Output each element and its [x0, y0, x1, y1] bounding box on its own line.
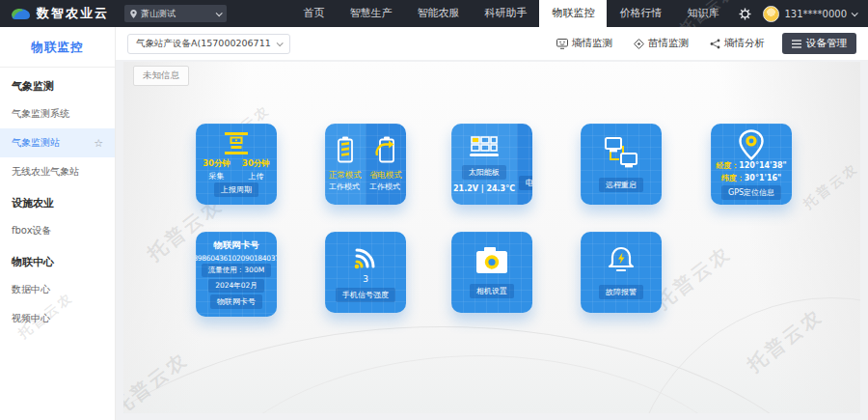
card-gps[interactable]: 经度：120°14'38" 纬度：30°1'16" GPS定位信息 [711, 124, 792, 205]
card-label: 太阳能板 [462, 165, 506, 180]
sidebar-item-weather-station[interactable]: 气象监测站 ☆ [0, 128, 115, 157]
solar-panel-icon [469, 135, 500, 160]
soil-moisture-monitor-button[interactable]: 墒情监测 [556, 37, 612, 50]
seedling-monitor-icon [634, 39, 644, 49]
normal-mode-half[interactable]: 正常模式 工作模式 [325, 124, 366, 205]
remote-computers-icon [602, 136, 640, 171]
background-arc [629, 297, 860, 413]
location-pin-icon [738, 129, 765, 160]
card-camera[interactable]: 相机设置 [451, 232, 532, 313]
battery-voltage-half[interactable]: 电池电压 [517, 124, 532, 205]
card-alarm[interactable]: 故障报警 [581, 232, 662, 313]
device-select-value: 气象站产设备A(157000206711 [136, 38, 271, 50]
user-menu[interactable]: 131****0000 [784, 9, 868, 19]
nav-item-iot-monitoring[interactable]: 物联监控 [539, 0, 607, 27]
alarm-bell-icon [606, 245, 637, 276]
sidebar-item-fbox-device[interactable]: fbox设备 [0, 216, 115, 245]
device-select[interactable]: 气象站产设备A(157000206711 [127, 34, 290, 54]
sidebar-item-video-center[interactable]: 视频中心 [0, 304, 115, 333]
sidebar-section-weather: 气象监测 [0, 70, 115, 99]
watermark: 托普云农 [800, 159, 860, 213]
sidebar-item-wireless-weather-station[interactable]: 无线农业气象站 [0, 157, 115, 186]
card-power[interactable]: 太阳能板 21.2V | 24.3°C 电池电压 [451, 124, 532, 205]
brand-name: 数智农业云 [37, 5, 109, 22]
card-label: 远程重启 [599, 178, 643, 192]
card-report-cycle[interactable]: 30分钟 采集 30分钟 上传 上报周期 [196, 124, 277, 205]
watermark: 托普云农 [650, 240, 736, 316]
settings-gear-icon[interactable] [739, 8, 751, 20]
location-select[interactable]: 萧山测试 [124, 5, 227, 22]
list-icon [792, 40, 801, 48]
battery-normal-icon [336, 136, 355, 163]
device-manage-button[interactable]: 设备管理 [782, 33, 856, 54]
star-icon[interactable]: ☆ [94, 137, 103, 150]
chevron-down-icon [276, 40, 283, 46]
sidebar-section-facility-agriculture: 设施农业 [0, 186, 115, 216]
app-window: 数智农业云 萧山测试 托普云农 首页 智慧生产 智能农服 科研助手 物联监控 价… [0, 0, 868, 420]
moisture-analysis-button[interactable]: 墒情分析 [710, 37, 765, 50]
nav-item-smart-service[interactable]: 智能农服 [404, 0, 472, 27]
card-signal[interactable]: 3 手机信号强度 [325, 232, 406, 313]
share-analysis-icon [710, 39, 720, 49]
sidebar-item-weather-system[interactable]: 气象监测系统 [0, 99, 115, 128]
battery-refresh-icon [373, 136, 398, 163]
card-label: GPS定位信息 [721, 185, 781, 200]
cloud-leaf-logo-icon [10, 6, 31, 22]
battery-charge-icon [531, 138, 532, 167]
sidebar-title: 物联监控 [0, 27, 115, 67]
card-remote-restart[interactable]: 远程重启 [581, 124, 662, 205]
chevron-down-icon [216, 10, 223, 16]
location-pin-icon [130, 10, 137, 18]
card-label: 故障报警 [599, 285, 643, 299]
card-work-mode[interactable]: 正常模式 工作模式 省电模式 工 [325, 124, 406, 205]
card-label: 相机设置 [470, 284, 514, 298]
nav-item-smart-production[interactable]: 智慧生产 [337, 0, 404, 27]
nav-item-price-market[interactable]: 价格行情 [607, 0, 674, 27]
signal-strength-icon [350, 242, 381, 269]
saver-mode-half[interactable]: 省电模式 工作模式 [366, 124, 406, 205]
billing-month: 2024年02月 [208, 279, 264, 293]
card-iot-sim[interactable]: 物联网卡号 89860436102090184037 流量使用：300M 202… [196, 232, 277, 317]
signal-value: 3 [363, 274, 368, 284]
info-tag[interactable]: 未知信息 [133, 66, 189, 86]
chevron-down-icon [852, 10, 858, 16]
top-navbar: 数智农业云 萧山测试 托普云农 首页 智慧生产 智能农服 科研助手 物联监控 价… [0, 0, 868, 27]
toolbar: 气象站产设备A(157000206711 墒情监测 苗情监测 [116, 27, 868, 60]
main-area: 气象站产设备A(157000206711 墒情监测 苗情监测 [116, 27, 868, 420]
card-label: 电池电压 [519, 176, 532, 190]
nav-item-knowledge-base[interactable]: 知识库 [674, 0, 731, 27]
device-panel: 托普云农 托普云农 托普云农 托普云农 托普云农 托普云农 未知信息 [123, 62, 860, 413]
location-select-value: 萧山测试 [141, 8, 176, 20]
sidebar-item-data-center[interactable]: 数据中心 [0, 275, 115, 304]
nav-item-home[interactable]: 首页 [290, 0, 337, 27]
camera-icon [475, 246, 509, 275]
divider [0, 67, 115, 68]
nav-item-research-assistant[interactable]: 科研助手 [472, 0, 539, 27]
solar-panel-half[interactable]: 太阳能板 21.2V | 24.3°C [451, 124, 517, 205]
card-label: 上报周期 [214, 182, 258, 197]
data-usage: 流量使用：300M [202, 264, 271, 277]
sidebar-section-iot-center: 物联中心 [0, 245, 115, 275]
sidebar: 物联监控 气象监测 气象监测系统 气象监测站 ☆ 无线农业气象站 设施农业 fb… [0, 27, 116, 420]
report-cycle-icon [222, 131, 251, 156]
user-avatar[interactable] [763, 6, 779, 22]
seedling-monitor-button[interactable]: 苗情监测 [634, 37, 689, 50]
card-label: 手机信号强度 [336, 288, 395, 302]
card-label: 物联网卡号 [210, 294, 262, 309]
soil-monitor-icon [556, 39, 568, 49]
user-phone: 131****0000 [784, 9, 847, 19]
brand: 数智农业云 [0, 5, 109, 22]
